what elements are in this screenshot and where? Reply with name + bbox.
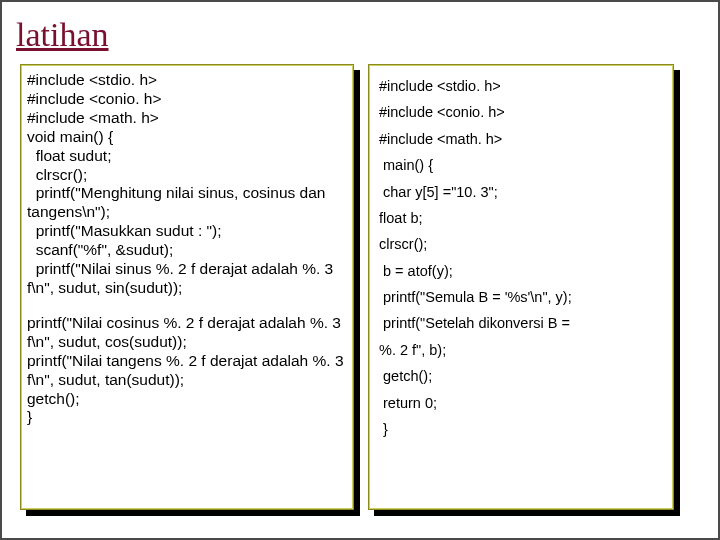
left-panel-wrap: #include <stdio. h> #include <conio. h> … xyxy=(20,64,354,510)
right-panel: #include <stdio. h> #include <conio. h> … xyxy=(368,64,674,510)
left-panel: #include <stdio. h> #include <conio. h> … xyxy=(20,64,354,510)
columns: #include <stdio. h> #include <conio. h> … xyxy=(20,64,700,510)
slide: latihan #include <stdio. h> #include <co… xyxy=(0,0,720,540)
left-code-block-2: printf("Nilai cosinus %. 2 f derajat ada… xyxy=(27,314,345,427)
right-panel-wrap: #include <stdio. h> #include <conio. h> … xyxy=(368,64,674,510)
slide-title: latihan xyxy=(16,16,700,54)
right-code-block: #include <stdio. h> #include <conio. h> … xyxy=(379,73,663,442)
left-code-block-1: #include <stdio. h> #include <conio. h> … xyxy=(27,71,345,298)
left-code-gap xyxy=(27,298,345,314)
